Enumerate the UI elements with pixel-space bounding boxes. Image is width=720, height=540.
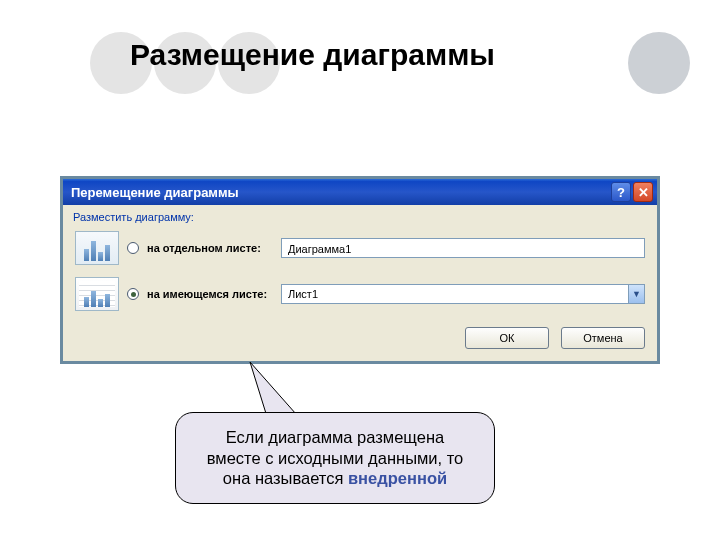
callout-emphasis: внедренной	[348, 469, 447, 487]
combo-value: Лист1	[282, 288, 628, 300]
option-existing-label: на имеющемся листе:	[147, 288, 273, 300]
existing-sheet-combo[interactable]: Лист1 ▼	[281, 284, 645, 304]
cancel-button[interactable]: Отмена	[561, 327, 645, 349]
callout-line: вместе с исходными данными, то	[194, 448, 476, 469]
callout-line: Если диаграмма размещена	[194, 427, 476, 448]
radio-existing[interactable]	[127, 288, 139, 300]
ok-button[interactable]: ОК	[465, 327, 549, 349]
chart-sheet-icon	[75, 231, 119, 265]
chevron-down-icon: ▼	[628, 285, 644, 303]
move-chart-dialog: Перемещение диаграммы ? ✕ Разместить диа…	[60, 176, 660, 364]
decorative-circle	[628, 32, 690, 94]
slide-title: Размещение диаграммы	[130, 38, 495, 72]
callout-line: она называется внедренной	[194, 468, 476, 489]
option-separate-row: на отдельном листе: Диаграмма1	[63, 225, 657, 271]
option-existing-row: на имеющемся листе: Лист1 ▼	[63, 271, 657, 317]
dialog-title: Перемещение диаграммы	[71, 185, 239, 200]
separate-sheet-name-input[interactable]: Диаграмма1	[281, 238, 645, 258]
option-separate-label: на отдельном листе:	[147, 242, 273, 254]
dialog-titlebar[interactable]: Перемещение диаграммы ? ✕	[63, 179, 657, 205]
group-label: Разместить диаграмму:	[63, 205, 657, 225]
close-button[interactable]: ✕	[633, 182, 653, 202]
help-button[interactable]: ?	[611, 182, 631, 202]
dialog-button-row: ОК Отмена	[63, 317, 657, 361]
worksheet-icon	[75, 277, 119, 311]
radio-separate[interactable]	[127, 242, 139, 254]
callout: Если диаграмма размещена вместе с исходн…	[175, 412, 495, 504]
